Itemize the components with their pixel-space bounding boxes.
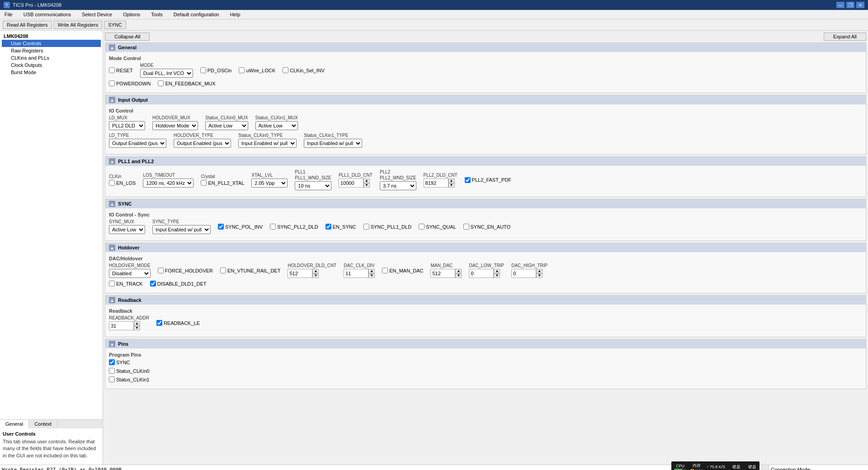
pins-status-clkin1-label[interactable]: Status_CLKin1 <box>109 376 149 382</box>
pins-status-clkin0-checkbox[interactable] <box>109 368 115 374</box>
status-clkin0-type-select[interactable]: Input Enabled w/ pull <box>238 139 297 148</box>
collapse-all-button[interactable]: Collapse All <box>105 33 150 41</box>
sync-pll2-dld-label[interactable]: SYNC_PLL2_DLD <box>270 224 318 230</box>
pins-status-clkin0-label[interactable]: Status_CLKin0 <box>109 368 149 374</box>
log-scrollbar[interactable] <box>761 465 769 470</box>
en-track-label[interactable]: EN_TRACK <box>109 281 143 287</box>
menu-tools[interactable]: Tools <box>148 11 165 18</box>
menu-help[interactable]: Help <box>227 11 243 18</box>
status-clkin0-mux-select[interactable]: Active Low <box>205 121 248 130</box>
readback-le-checkbox[interactable] <box>156 320 162 326</box>
tree-item-burst-mode[interactable]: Burst Mode <box>2 69 101 76</box>
dac-clk-div-up[interactable]: ▲ <box>368 269 375 273</box>
sync-en-auto-label[interactable]: SYNC_EN_AUTO <box>463 224 510 230</box>
powerdown-label[interactable]: POWERDOWN <box>109 80 151 86</box>
powerdown-checkbox[interactable] <box>109 80 115 86</box>
holdover-dld-cnt-input[interactable] <box>288 269 312 278</box>
pins-sync-label[interactable]: SYNC <box>109 359 130 365</box>
tree-item-clock-outputs[interactable]: Clock Outputs <box>2 61 101 69</box>
sync-qual-checkbox[interactable] <box>419 224 425 230</box>
holdover-mux-select[interactable]: Holdover Mode <box>152 121 198 130</box>
pd-oscin-checkbox[interactable] <box>200 67 206 73</box>
en-vtune-rail-det-checkbox[interactable] <box>220 268 226 273</box>
collapse-readback-button[interactable]: ▲ <box>109 297 115 303</box>
menu-default-config[interactable]: Default configuration <box>171 11 222 18</box>
en-feedback-mux-checkbox[interactable] <box>158 80 164 86</box>
xtal-lvl-select[interactable]: 2.05 Vpp <box>251 179 288 188</box>
sync-type-select[interactable]: Input Enabled w/ pull <box>152 225 211 234</box>
ld-mux-select[interactable]: PLL2 DLD <box>109 121 145 130</box>
sync-pll1-dld-checkbox[interactable] <box>363 224 369 230</box>
collapse-io-button[interactable]: ▲ <box>109 97 115 103</box>
section-readback-header[interactable]: ▲ Readback <box>105 296 866 305</box>
expand-all-button[interactable]: Expand All <box>824 33 866 41</box>
force-holdover-label[interactable]: FORCE_HOLDOVER <box>158 268 213 273</box>
menu-file[interactable]: File <box>2 11 15 18</box>
en-vtune-rail-det-label[interactable]: EN_VTUNE_RAIL_DET <box>220 268 280 273</box>
disable-dld1-det-checkbox[interactable] <box>150 281 156 287</box>
force-holdover-checkbox[interactable] <box>158 268 164 273</box>
clkin-sel-inv-label[interactable]: CLKin_Sel_INV <box>283 67 324 73</box>
section-io-header[interactable]: ▲ Input Output <box>105 95 866 104</box>
pins-sync-checkbox[interactable] <box>109 359 115 365</box>
en-pll2-xtal-label[interactable]: EN_PLL2_XTAL <box>201 180 244 186</box>
ld-type-select[interactable]: Output Enabled (pus <box>109 139 166 148</box>
restore-button[interactable]: ❐ <box>846 2 854 8</box>
tree-root[interactable]: LMK04208 <box>2 33 101 40</box>
sync-pol-inv-label[interactable]: SYNC_POL_INV <box>218 224 263 230</box>
en-los-checkbox[interactable] <box>109 180 115 186</box>
pd-oscin-label[interactable]: PD_OSCin <box>200 67 232 73</box>
en-sync-checkbox[interactable] <box>326 224 331 230</box>
pll2-fast-pdf-label[interactable]: PLL2_FAST_PDF <box>465 177 511 183</box>
en-sync-label[interactable]: EN_SYNC <box>326 224 356 230</box>
dac-low-trip-input[interactable] <box>469 269 494 278</box>
uwire-lock-label[interactable]: uWire_LOCK <box>239 67 275 73</box>
sync-pll2-dld-checkbox[interactable] <box>270 224 276 230</box>
section-sync-header[interactable]: ▲ SYNC <box>105 199 866 208</box>
dac-high-trip-input[interactable] <box>511 269 536 278</box>
section-holdover-header[interactable]: ▲ Holdover <box>105 243 866 252</box>
clkin-sel-inv-checkbox[interactable] <box>283 67 288 73</box>
sync-en-auto-checkbox[interactable] <box>463 224 469 230</box>
readback-addr-up[interactable]: ▲ <box>134 321 140 326</box>
uwire-lock-checkbox[interactable] <box>239 67 245 73</box>
sync-button[interactable]: SYNC <box>104 21 126 29</box>
pins-status-clkin1-checkbox[interactable] <box>109 376 115 382</box>
pll2-wnd-size-select[interactable]: 3.7 ns <box>380 181 416 190</box>
menu-usb[interactable]: USB communications <box>21 11 74 18</box>
minimize-button[interactable]: — <box>836 2 844 8</box>
dac-high-trip-up[interactable]: ▲ <box>536 269 542 273</box>
collapse-pll-button[interactable]: ▲ <box>109 158 115 164</box>
write-all-button[interactable]: Write All Registers <box>54 21 103 29</box>
man-dac-down[interactable]: ▼ <box>455 273 462 278</box>
tree-item-clkins-plls[interactable]: CLKins and PLLs <box>2 54 101 61</box>
en-man-dac-label[interactable]: EN_MAN_DAC <box>382 268 423 273</box>
en-track-checkbox[interactable] <box>109 281 115 287</box>
en-man-dac-checkbox[interactable] <box>382 268 388 273</box>
holdover-type-select[interactable]: Output Enabled (pus <box>174 139 231 148</box>
pll2-dld-cnt-input[interactable] <box>424 179 448 188</box>
pll2-dld-cnt-down[interactable]: ▼ <box>448 183 455 188</box>
collapse-sync-button[interactable]: ▲ <box>109 201 115 207</box>
section-pll-header[interactable]: ▲ PLL1 and PLL2 <box>105 157 866 166</box>
menu-select-device[interactable]: Select Device <box>79 11 115 18</box>
man-dac-up[interactable]: ▲ <box>455 269 462 273</box>
read-all-button[interactable]: Read All Registers <box>3 21 52 29</box>
tree-item-raw-registers[interactable]: Raw Registers <box>2 47 101 54</box>
menu-options[interactable]: Options <box>120 11 143 18</box>
status-clkin1-mux-select[interactable]: Active Low <box>255 121 298 130</box>
man-dac-input[interactable] <box>430 269 455 278</box>
close-button[interactable]: ✕ <box>856 2 864 8</box>
en-pll2-xtal-checkbox[interactable] <box>201 180 207 186</box>
section-pins-header[interactable]: ▲ Pins <box>105 339 866 348</box>
collapse-pins-button[interactable]: ▲ <box>109 341 115 347</box>
reset-checkbox-label[interactable]: RESET <box>109 67 133 73</box>
dac-low-trip-down[interactable]: ▼ <box>494 273 500 278</box>
readback-addr-down[interactable]: ▼ <box>134 326 140 330</box>
dac-clk-div-down[interactable]: ▼ <box>368 273 375 278</box>
holdover-dld-cnt-down[interactable]: ▼ <box>312 273 319 278</box>
pll1-wnd-size-select[interactable]: 10 ns <box>295 181 331 190</box>
collapse-general-button[interactable]: ▲ <box>109 44 115 51</box>
pll2-dld-cnt-up[interactable]: ▲ <box>448 179 455 183</box>
dac-clk-div-input[interactable] <box>344 269 368 278</box>
